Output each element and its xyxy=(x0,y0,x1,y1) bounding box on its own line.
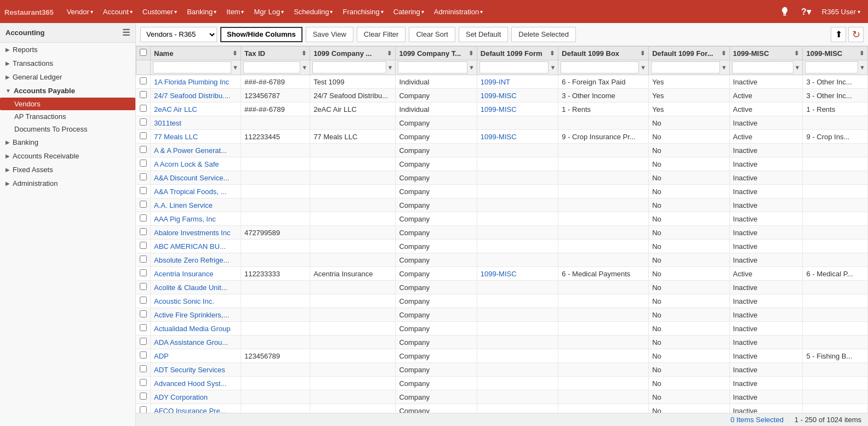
filter-input-default_1099_box[interactable] xyxy=(561,61,639,73)
table-row[interactable]: 2eAC Air LLC###-##-67892eAC Air LLCIndiv… xyxy=(136,103,868,116)
table-row[interactable]: Acoustic Sonic Inc.CompanyNoInactive xyxy=(136,294,868,308)
view-select[interactable]: Vendors - R365All Vendors xyxy=(140,27,217,42)
sort-icon-default_1099_for[interactable]: ⬍ xyxy=(721,50,726,57)
vendor-name-link[interactable]: ADY Corporation xyxy=(151,390,241,404)
filter-icon-default_1099_for[interactable]: ▼ xyxy=(721,64,727,71)
sort-icon-1099_misc[interactable]: ⬍ xyxy=(794,50,799,57)
row-checkbox[interactable] xyxy=(140,105,147,112)
sort-icon-tax_id[interactable]: ⬍ xyxy=(301,50,306,57)
filter-icon-1099_company[interactable]: ▼ xyxy=(387,64,393,71)
row-checkbox[interactable] xyxy=(140,379,147,386)
table-row[interactable]: Abalore Investments Inc472799589CompanyN… xyxy=(136,226,868,240)
row-checkbox[interactable] xyxy=(140,297,147,304)
sort-icon-name[interactable]: ⬍ xyxy=(232,50,237,57)
row-checkbox[interactable] xyxy=(140,228,147,235)
row-checkbox[interactable] xyxy=(140,201,147,208)
vendor-name-link[interactable]: 3011test xyxy=(151,116,241,130)
row-checkbox[interactable] xyxy=(140,310,147,317)
row-checkbox[interactable] xyxy=(140,132,147,139)
sidebar-item-fixed-assets[interactable]: ▶Fixed Assets xyxy=(0,163,135,177)
sidebar-item-ap-transactions[interactable]: AP Transactions xyxy=(0,110,135,123)
sort-icon-default_1099_form[interactable]: ⬍ xyxy=(550,50,555,57)
table-row[interactable]: Active Fire Sprinklers,...CompanyNoInact… xyxy=(136,308,868,322)
vendor-name-link[interactable]: AAA Pig Farms, Inc xyxy=(151,212,241,226)
row-checkbox[interactable] xyxy=(140,187,147,194)
nav-item-administration[interactable]: Administration ▾ xyxy=(430,5,487,18)
sidebar-item-accounts-payable[interactable]: ▼Accounts Payable xyxy=(0,84,135,98)
vendor-name-link[interactable]: Advanced Hood Syst... xyxy=(151,377,241,390)
table-row[interactable]: ADP123456789CompanyNoInactive5 - Fishing… xyxy=(136,349,868,363)
sidebar-item-reports[interactable]: ▶Reports xyxy=(0,43,135,56)
nav-item-item[interactable]: Item ▾ xyxy=(222,5,248,18)
refresh-icon[interactable]: ↻ xyxy=(848,27,864,42)
vendor-name-link[interactable]: Abalore Investments Inc xyxy=(151,226,241,240)
export-icon[interactable]: ⬆ xyxy=(831,27,846,42)
table-row[interactable]: Absolute Zero Refrige...CompanyNoInactiv… xyxy=(136,253,868,267)
table-row[interactable]: Actualidad Media GroupCompanyNoInactive xyxy=(136,322,868,336)
nav-item-vendor[interactable]: Vendor ▾ xyxy=(62,5,98,18)
row-checkbox[interactable] xyxy=(140,160,147,167)
filter-input-1099_company_t[interactable] xyxy=(398,61,467,73)
roadrunner-icon[interactable] xyxy=(776,4,793,19)
table-row[interactable]: 3011testCompanyNoInactive xyxy=(136,116,868,130)
form-link[interactable]: 1099-INT xyxy=(477,75,558,89)
form-link[interactable]: 1099-MISC xyxy=(477,267,558,281)
vendor-name-link[interactable]: ADA Assistance Grou... xyxy=(151,336,241,349)
sort-icon-1099_company[interactable]: ⬍ xyxy=(387,50,392,57)
nav-item-account[interactable]: Account ▾ xyxy=(99,5,137,18)
table-row[interactable]: Acentria Insurance112233333Acentria Insu… xyxy=(136,267,868,281)
table-row[interactable]: ABC AMERICAN BU...CompanyNoInactive xyxy=(136,240,868,253)
vendor-name-link[interactable]: 24/7 Seafood Distribu.... xyxy=(151,89,241,103)
vendor-name-link[interactable]: ADT Security Services xyxy=(151,363,241,377)
table-row[interactable]: ADA Assistance Grou...CompanyNoInactive xyxy=(136,336,868,349)
row-checkbox[interactable] xyxy=(140,77,147,84)
filter-icon-tax_id[interactable]: ▼ xyxy=(301,64,307,71)
vendor-name-link[interactable]: ABC AMERICAN BU... xyxy=(151,240,241,253)
filter-icon-1099_company_t[interactable]: ▼ xyxy=(469,64,475,71)
sidebar-item-banking-sidebar[interactable]: ▶Banking xyxy=(0,135,135,149)
row-checkbox[interactable] xyxy=(140,269,147,276)
row-checkbox[interactable] xyxy=(140,351,147,359)
table-row[interactable]: Acolite & Claude Unit...CompanyNoInactiv… xyxy=(136,281,868,294)
nav-item-customer[interactable]: Customer ▾ xyxy=(138,5,181,18)
vendor-table-container[interactable]: Name⬍Tax ID⬍1099 Company ...⬍1099 Compan… xyxy=(136,46,868,413)
filter-input-name[interactable] xyxy=(153,61,231,73)
nav-item-mgrlog[interactable]: Mgr Log ▾ xyxy=(249,5,288,18)
nav-item-scheduling[interactable]: Scheduling ▾ xyxy=(289,5,337,18)
sidebar-item-documents-to-process[interactable]: Documents To Process xyxy=(0,123,135,135)
sidebar-menu-icon[interactable]: ☰ xyxy=(122,27,130,38)
vendor-name-link[interactable]: ADP xyxy=(151,349,241,363)
filter-icon-default_1099_form[interactable]: ▼ xyxy=(550,64,556,71)
sidebar-item-general-ledger[interactable]: ▶General Ledger xyxy=(0,70,135,84)
show-hide-columns-button[interactable]: Show/Hide Columns xyxy=(220,27,302,42)
row-checkbox[interactable] xyxy=(140,255,147,263)
filter-input-default_1099_for[interactable] xyxy=(651,61,719,73)
sort-icon-1099_misc2[interactable]: ⬍ xyxy=(859,50,864,57)
form-link[interactable]: 1099-MISC xyxy=(477,130,558,144)
table-row[interactable]: A & A Power Generat...CompanyNoInactive xyxy=(136,144,868,157)
sidebar-item-transactions[interactable]: ▶Transactions xyxy=(0,56,135,70)
delete-selected-button[interactable]: Delete Selected xyxy=(511,27,576,42)
filter-input-default_1099_form[interactable] xyxy=(479,61,549,73)
vendor-name-link[interactable]: A&A Tropical Foods, ... xyxy=(151,185,241,198)
row-checkbox[interactable] xyxy=(140,338,147,345)
table-row[interactable]: 24/7 Seafood Distribu....12345678724/7 S… xyxy=(136,89,868,103)
row-checkbox[interactable] xyxy=(140,173,147,180)
vendor-name-link[interactable]: A.A. Linen Service xyxy=(151,198,241,212)
sort-icon-1099_company_t[interactable]: ⬍ xyxy=(469,50,473,57)
vendor-name-link[interactable]: Actualidad Media Group xyxy=(151,322,241,336)
table-row[interactable]: ADT Security ServicesCompanyNoInactive xyxy=(136,363,868,377)
table-row[interactable]: 77 Meals LLC11223344577 Meals LLCCompany… xyxy=(136,130,868,144)
table-row[interactable]: Advanced Hood Syst...CompanyNoInactive xyxy=(136,377,868,390)
table-row[interactable]: A.A. Linen ServiceCompanyNoInactive xyxy=(136,198,868,212)
row-checkbox[interactable] xyxy=(140,91,147,98)
row-checkbox[interactable] xyxy=(140,118,147,126)
select-all-checkbox[interactable] xyxy=(140,49,147,56)
table-row[interactable]: AAA Pig Farms, IncCompanyNoInactive xyxy=(136,212,868,226)
app-logo[interactable]: Restaurant365 xyxy=(4,6,54,18)
form-link[interactable]: 1099-MISC xyxy=(477,89,558,103)
filter-icon-1099_misc2[interactable]: ▼ xyxy=(859,64,865,71)
vendor-name-link[interactable]: Absolute Zero Refrige... xyxy=(151,253,241,267)
filter-icon-name[interactable]: ▼ xyxy=(232,64,238,71)
vendor-name-link[interactable]: Acentria Insurance xyxy=(151,267,241,281)
